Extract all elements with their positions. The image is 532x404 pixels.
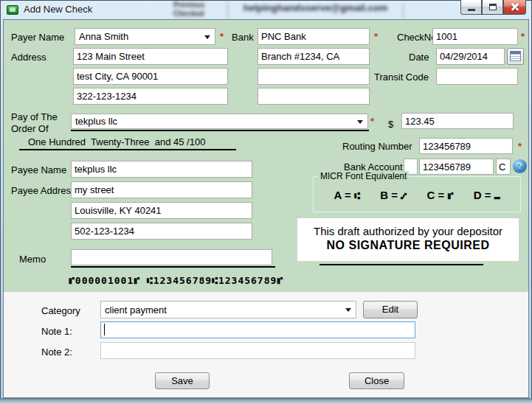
- calendar-icon: [510, 51, 521, 61]
- check-form-panel: Payer Name Anna Smith * Bank * CheckNo *…: [4, 20, 528, 292]
- bank-account-type-field[interactable]: [496, 159, 511, 175]
- calendar-button[interactable]: [507, 48, 524, 65]
- chevron-down-icon: [357, 120, 363, 124]
- window-bottom-frame: [0, 398, 532, 404]
- bank-extra1-field[interactable]: [258, 68, 370, 85]
- authorization-box: This draft authorized by your depositor …: [297, 218, 519, 261]
- minimize-icon: [468, 9, 475, 11]
- client-area: Payer Name Anna Smith * Bank * CheckNo *…: [3, 19, 529, 398]
- micr-item: C = ⑈: [426, 189, 453, 201]
- micr-item: D = ⑉: [474, 189, 500, 201]
- bank-label: Bank: [232, 32, 254, 43]
- help-globe-button[interactable]: ?: [513, 159, 527, 173]
- chevron-down-icon: [345, 308, 351, 312]
- note2-field[interactable]: [100, 342, 415, 359]
- micr-number-line: ⑈000001001⑈ ⑆123456789⑆123456789⑈: [69, 275, 283, 286]
- micr-item: A = ⑆: [334, 189, 360, 201]
- micr-font-equivalent-group: MICR Font Equivalent A = ⑆ B = ⑇ C = ⑈ D…: [313, 176, 521, 212]
- signature-line: [319, 264, 483, 265]
- payee-address2-field[interactable]: [71, 202, 252, 219]
- memo-label: Memo: [19, 254, 46, 265]
- required-asterisk: *: [370, 116, 374, 127]
- edit-button[interactable]: Edit: [363, 301, 418, 318]
- pay-order-label: Order Of: [11, 123, 49, 134]
- pay-order-label: Pay of The: [11, 111, 58, 122]
- maximize-button[interactable]: [482, 0, 503, 15]
- address-label: Address: [11, 52, 46, 63]
- bank-branch-field[interactable]: [258, 48, 370, 65]
- chevron-down-icon: [204, 35, 210, 39]
- transit-code-field[interactable]: [436, 68, 518, 85]
- bank-account-field[interactable]: [419, 159, 494, 175]
- memo-underline: [71, 266, 275, 268]
- payer-address2-field[interactable]: [73, 68, 228, 85]
- amount-in-words: One Hundred Twenty-Three and 45 /100: [19, 136, 236, 150]
- required-asterisk: *: [518, 141, 522, 152]
- micr-equivalents: A = ⑆ B = ⑇ C = ⑈ D = ⑉: [314, 189, 520, 201]
- authorization-line2: NO SIGNATURE REQUIRED: [297, 239, 519, 252]
- routing-number-label: Routing Number: [342, 141, 412, 152]
- payee-name-field[interactable]: [71, 161, 252, 178]
- transit-code-label: Transit Code: [374, 72, 429, 83]
- note1-field[interactable]: [100, 321, 415, 338]
- window-title: Add New Check: [24, 4, 92, 15]
- payee-select-combobox[interactable]: tekplus llc: [71, 114, 368, 129]
- category-label: Category: [41, 305, 80, 316]
- close-button[interactable]: Close: [349, 372, 404, 389]
- authorization-line1: This draft authorized by your depositor: [297, 225, 519, 237]
- dollar-sign-label: $: [388, 119, 393, 130]
- amount-field[interactable]: [401, 113, 514, 129]
- add-new-check-window: Add New Check Previous Checked helpingha…: [0, 0, 532, 404]
- micr-group-label: MICR Font Equivalent: [318, 171, 409, 181]
- blurred-background-email: helpinghandsserve@gmail.com: [228, 2, 404, 18]
- note2-label: Note 2:: [41, 346, 72, 358]
- maximize-icon: [489, 4, 497, 10]
- checkno-field[interactable]: [432, 28, 518, 45]
- payee-address1-field[interactable]: [71, 181, 252, 198]
- caption-buttons: [460, 0, 526, 15]
- payer-phone-field[interactable]: [73, 88, 228, 105]
- required-asterisk: *: [521, 31, 525, 42]
- bank-extra2-field[interactable]: [258, 88, 370, 105]
- payee-address-label: Payee Address: [11, 185, 75, 196]
- memo-field[interactable]: [71, 249, 272, 265]
- routing-number-field[interactable]: [419, 138, 513, 154]
- date-field[interactable]: [436, 48, 505, 65]
- title-bar[interactable]: Add New Check Previous Checked helpingha…: [0, 0, 532, 19]
- bank-name-field[interactable]: [258, 28, 370, 45]
- pay-order-underline: [71, 130, 369, 131]
- required-asterisk: *: [374, 31, 378, 42]
- payee-name-label: Payee Name: [11, 164, 66, 175]
- checkno-label: CheckNo: [397, 32, 436, 43]
- category-combobox[interactable]: client payment: [100, 301, 356, 318]
- text-caret: [104, 324, 105, 335]
- close-window-button[interactable]: [503, 0, 526, 15]
- date-label: Date: [409, 52, 429, 63]
- save-button[interactable]: Save: [155, 372, 210, 389]
- payer-address1-field[interactable]: [73, 48, 228, 65]
- blurred-background-text: Previous Checked: [170, 1, 228, 19]
- payer-name-combobox[interactable]: Anna Smith: [75, 28, 215, 45]
- minimize-button[interactable]: [460, 0, 482, 15]
- required-asterisk: *: [220, 31, 224, 42]
- payee-phone-field[interactable]: [71, 223, 252, 240]
- micr-item: B = ⑇: [380, 189, 407, 201]
- payer-name-label: Payer Name: [11, 32, 64, 43]
- app-icon: [7, 5, 18, 15]
- note1-label: Note 1:: [41, 326, 72, 337]
